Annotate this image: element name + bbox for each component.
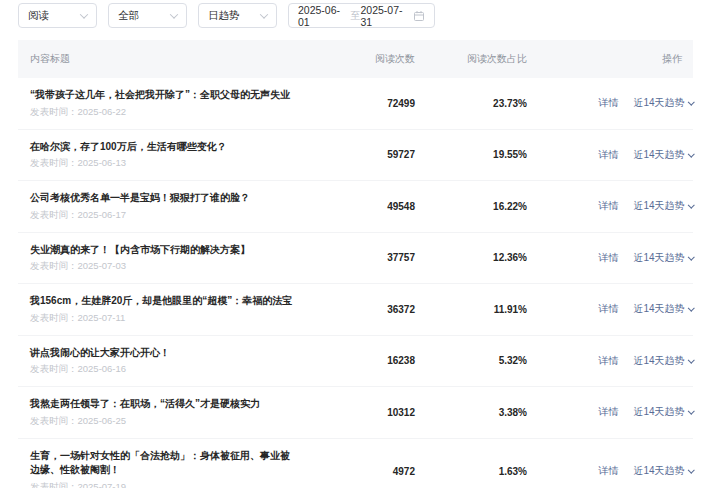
chevron-down-icon [688,408,694,414]
detail-link[interactable]: 详情 [598,464,618,478]
metric-select[interactable]: 阅读 [18,3,97,28]
chevron-down-icon [688,305,694,311]
publish-date: 发表时间：2025-06-16 [30,363,295,376]
chevron-down-icon [688,150,694,156]
detail-link[interactable]: 详情 [598,148,618,162]
trend-14d-label: 近14天趋势 [633,199,684,213]
detail-link[interactable]: 详情 [598,405,618,419]
chevron-down-icon [688,356,694,362]
detail-link[interactable]: 详情 [598,199,618,213]
publish-date: 发表时间：2025-06-25 [30,415,295,428]
publish-date-value: 2025-06-13 [78,157,127,168]
trend-14d-link[interactable]: 近14天趋势 [633,464,693,478]
trend-14d-label: 近14天趋势 [633,148,684,162]
chevron-down-icon [688,202,694,208]
trend-14d-link[interactable]: 近14天趋势 [633,148,693,162]
publish-date: 发表时间：2025-07-11 [30,312,295,325]
chevron-down-icon [688,99,694,105]
table-row: 失业潮真的来了！【内含市场下行期的解决方案】 发表时间：2025-07-03 3… [18,233,693,285]
scope-select[interactable]: 全部 [108,3,187,28]
table-row: 公司考核优秀名单一半是宝妈！狠狠打了谁的脸？ 发表时间：2025-06-17 4… [18,181,693,233]
publish-date-prefix: 发表时间： [30,260,78,271]
detail-link[interactable]: 详情 [598,302,618,316]
read-percent: 19.55% [415,149,527,160]
publish-date-value: 2025-07-03 [78,260,127,271]
trend-type-select[interactable]: 日趋势 [198,3,277,28]
read-count: 37757 [325,252,415,263]
article-title-cell: 失业潮真的来了！【内含市场下行期的解决方案】 发表时间：2025-07-03 [18,243,325,274]
publish-date: 发表时间：2025-06-13 [30,157,295,170]
detail-link[interactable]: 详情 [598,96,618,110]
chevron-down-icon [688,466,694,472]
date-range-picker[interactable]: 2025-06-01 至 2025-07-31 [288,3,435,28]
read-count: 4972 [325,466,415,477]
read-percent: 1.63% [415,466,527,477]
article-title-cell: 我熬走两任领导了：在职场，“活得久”才是硬核实力 发表时间：2025-06-25 [18,397,325,428]
metric-select-value: 阅读 [28,9,49,23]
chevron-down-icon [260,10,268,18]
read-percent: 16.22% [415,201,527,212]
publish-date-value: 2025-07-11 [78,312,126,323]
column-header-reads-percent: 阅读次数占比 [415,52,527,66]
trend-14d-link[interactable]: 近14天趋势 [633,354,693,368]
actions-cell: 详情 近14天趋势 [527,199,693,213]
publish-date-prefix: 发表时间： [30,157,78,168]
column-header-title: 内容标题 [18,52,325,66]
article-title: 在哈尔滨，存了100万后，生活有哪些变化？ [30,140,295,155]
trend-14d-link[interactable]: 近14天趋势 [633,251,693,265]
article-title-cell: 生育，一场针对女性的「合法抢劫」：身体被征用、事业被边缘、性欲被阉割！ 发表时间… [18,449,325,488]
table-row: 讲点我闹心的让大家开心开心！ 发表时间：2025-06-16 16238 5.3… [18,336,693,388]
column-header-reads: 阅读次数 [325,52,415,66]
trend-type-select-value: 日趋势 [208,9,240,23]
article-title: 我熬走两任领导了：在职场，“活得久”才是硬核实力 [30,397,295,412]
read-percent: 12.36% [415,252,527,263]
publish-date-value: 2025-06-22 [78,106,127,117]
trend-14d-label: 近14天趋势 [633,96,684,110]
trend-14d-link[interactable]: 近14天趋势 [633,302,693,316]
read-count: 72499 [325,98,415,109]
trend-14d-label: 近14天趋势 [633,405,684,419]
date-range-separator: 至 [351,9,361,23]
filter-bar: 阅读 全部 日趋势 2025-06-01 至 2025-07-31 [18,3,435,28]
trend-14d-link[interactable]: 近14天趋势 [633,96,693,110]
table-row: 生育，一场针对女性的「合法抢劫」：身体被征用、事业被边缘、性欲被阉割！ 发表时间… [18,439,693,488]
actions-cell: 详情 近14天趋势 [527,405,693,419]
read-count: 59727 [325,149,415,160]
article-title-cell: “我带孩子这几年，社会把我开除了”：全职父母的无声失业 发表时间：2025-06… [18,88,325,119]
trend-14d-link[interactable]: 近14天趋势 [633,199,693,213]
publish-date: 发表时间：2025-06-22 [30,106,295,119]
chevron-down-icon [688,253,694,259]
article-title: 失业潮真的来了！【内含市场下行期的解决方案】 [30,243,295,258]
trend-14d-link[interactable]: 近14天趋势 [633,405,693,419]
read-percent: 11.91% [415,304,527,315]
actions-cell: 详情 近14天趋势 [527,302,693,316]
actions-cell: 详情 近14天趋势 [527,148,693,162]
calendar-icon [413,10,425,22]
table-header-row: 内容标题 阅读次数 阅读次数占比 操作 [18,40,693,78]
article-title-cell: 公司考核优秀名单一半是宝妈！狠狠打了谁的脸？ 发表时间：2025-06-17 [18,191,325,222]
detail-link[interactable]: 详情 [598,354,618,368]
column-header-actions: 操作 [527,52,693,66]
scope-select-value: 全部 [118,9,139,23]
read-count: 10312 [325,407,415,418]
table-body: “我带孩子这几年，社会把我开除了”：全职父母的无声失业 发表时间：2025-06… [18,78,693,488]
read-count: 49548 [325,201,415,212]
publish-date-value: 2025-06-16 [78,363,127,374]
actions-cell: 详情 近14天趋势 [527,96,693,110]
article-title-cell: 在哈尔滨，存了100万后，生活有哪些变化？ 发表时间：2025-06-13 [18,140,325,171]
detail-link[interactable]: 详情 [598,251,618,265]
article-title: 公司考核优秀名单一半是宝妈！狠狠打了谁的脸？ [30,191,295,206]
publish-date-prefix: 发表时间： [30,312,78,323]
trend-14d-label: 近14天趋势 [633,302,684,316]
article-title: 我156cm，生娃胖20斤，却是他眼里的“超模”：幸福的法宝 [30,294,295,309]
date-range-end: 2025-07-31 [361,4,414,28]
article-title: 生育，一场针对女性的「合法抢劫」：身体被征用、事业被边缘、性欲被阉割！ [30,449,295,478]
read-count: 36372 [325,304,415,315]
actions-cell: 详情 近14天趋势 [527,251,693,265]
read-count: 16238 [325,355,415,366]
publish-date-prefix: 发表时间： [30,209,78,220]
article-title: “我带孩子这几年，社会把我开除了”：全职父母的无声失业 [30,88,295,103]
read-percent: 5.32% [415,355,527,366]
publish-date-prefix: 发表时间： [30,106,78,117]
actions-cell: 详情 近14天趋势 [527,354,693,368]
